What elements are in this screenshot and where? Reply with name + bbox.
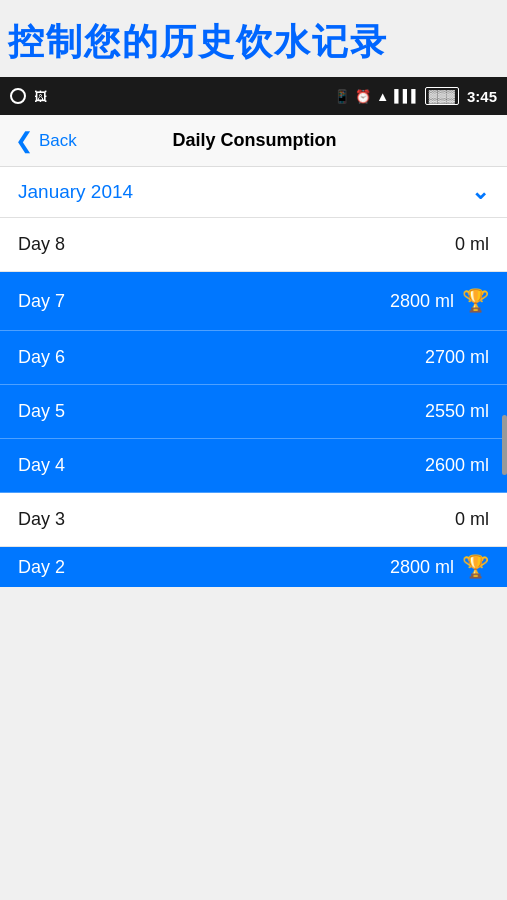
day-label: Day 3 [18,509,65,530]
day-label: Day 5 [18,401,65,422]
nav-bar: ❮ Back Daily Consumption [0,115,507,167]
back-label: Back [39,131,77,151]
trophy-icon: 🏆 [462,288,489,314]
day-row-6[interactable]: Day 6 2700 ml [0,331,507,385]
back-button[interactable]: ❮ Back [15,128,77,154]
day-row-5[interactable]: Day 5 2550 ml [0,385,507,439]
day-value: 0 ml [455,509,489,530]
day-value: 2800 ml 🏆 [390,554,489,580]
chinese-heading: 控制您的历史饮水记录 [0,0,507,77]
day-row-8[interactable]: Day 8 0 ml [0,218,507,272]
day-row-3[interactable]: Day 3 0 ml [0,493,507,547]
day-label: Day 4 [18,455,65,476]
day-label: Day 2 [18,557,65,578]
day-value: 2700 ml [425,347,489,368]
day-label: Day 8 [18,234,65,255]
day-value: 2600 ml [425,455,489,476]
month-label: January 2014 [18,181,133,203]
alarm-icon: ⏰ [355,89,371,104]
chevron-down-icon: ⌄ [471,179,489,205]
day-value: 2550 ml [425,401,489,422]
nav-title: Daily Consumption [77,130,432,151]
time-display: 3:45 [467,88,497,105]
day-row-4[interactable]: Day 4 2600 ml [0,439,507,493]
scroll-indicator[interactable] [502,415,507,475]
status-left-icons: 🖼 [10,88,47,104]
trophy-icon: 🏆 [462,554,489,580]
circle-icon [10,88,26,104]
day-value-text: 2800 ml [390,291,454,312]
status-right-icons: 📱 ⏰ ▲ ▌▌▌ ▓▓▓ 3:45 [334,87,497,105]
day-label: Day 7 [18,291,65,312]
day-value-text: 2800 ml [390,557,454,578]
back-arrow-icon: ❮ [15,128,33,154]
day-value: 2800 ml 🏆 [390,288,489,314]
status-bar: 🖼 📱 ⏰ ▲ ▌▌▌ ▓▓▓ 3:45 [0,77,507,115]
phone-icon: 📱 [334,89,350,104]
wifi-icon: ▲ [376,89,389,104]
day-row-2-partial[interactable]: Day 2 2800 ml 🏆 [0,547,507,587]
signal-icon: ▌▌▌ [394,89,420,103]
month-selector[interactable]: January 2014 ⌄ [0,167,507,218]
image-icon: 🖼 [34,89,47,104]
day-value: 0 ml [455,234,489,255]
day-label: Day 6 [18,347,65,368]
battery-icon: ▓▓▓ [425,87,459,105]
day-row-7[interactable]: Day 7 2800 ml 🏆 [0,272,507,331]
